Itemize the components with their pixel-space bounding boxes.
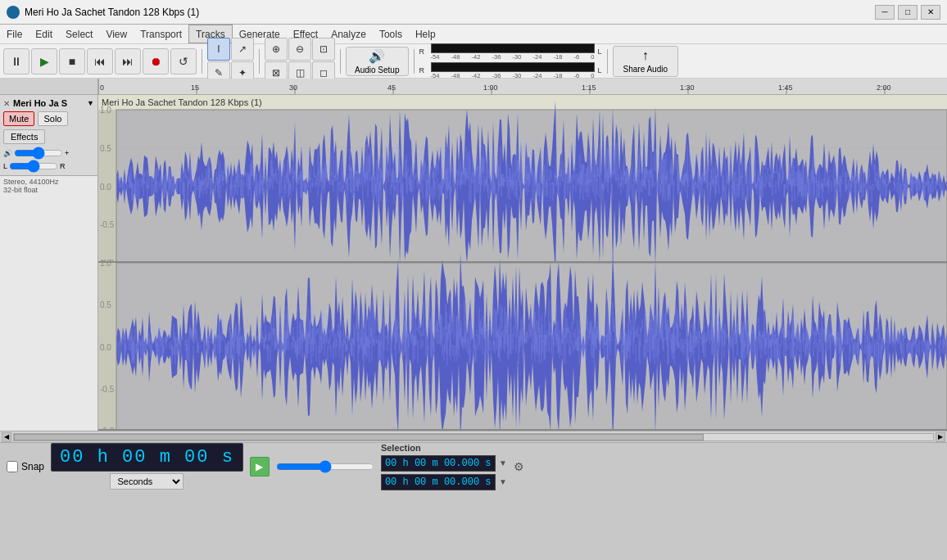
maximize-button[interactable]: □: [898, 5, 918, 20]
time-display-area: 00 h 00 m 00 s Seconds Samples hh:mm:ss: [51, 443, 243, 490]
pan-row: L R: [3, 160, 94, 172]
stop-button[interactable]: ■: [59, 48, 85, 75]
track-name-row: ✕ Meri Ho Ja S ▼: [3, 98, 94, 108]
sel-start-row: 00 h 00 m 00.000 s ▼: [381, 455, 507, 472]
svg-text:1:30: 1:30: [680, 84, 695, 92]
zoom-grid: ⊕ ⊖ ⊡ ⊠ ◫ ◻: [265, 38, 335, 84]
separator5: [607, 49, 608, 74]
share-audio-button[interactable]: ↑ Share Audio: [613, 46, 679, 77]
fit-selection-tool[interactable]: ⊡: [312, 38, 335, 61]
skip-start-button[interactable]: ⏮: [87, 48, 113, 75]
sel-end-input[interactable]: 00 h 00 m 00.000 s: [381, 474, 496, 490]
main-area: ✕ Meri Ho Ja S ▼ Mute Solo Effects 🔊 + L…: [0, 79, 947, 431]
menu-view[interactable]: View: [99, 25, 134, 43]
svg-text:1:00: 1:00: [483, 84, 498, 92]
track-buttons: Mute Solo: [3, 111, 94, 126]
separator4: [414, 49, 415, 74]
record-vu-bar-wrap: -54-48-42-36-30-24-18-60: [431, 43, 595, 61]
pan-l-label: L: [3, 162, 7, 170]
play-small-button[interactable]: ▶: [250, 457, 270, 476]
app-icon: [7, 6, 20, 19]
titlebar-controls[interactable]: ─ □ ✕: [875, 5, 940, 20]
settings-icon[interactable]: ⚙: [514, 460, 524, 473]
titlebar: Meri Ho Ja Sachet Tandon 128 Kbps (1) ─ …: [0, 0, 947, 25]
svg-text:2:00: 2:00: [877, 84, 891, 92]
svg-text:0: 0: [100, 84, 104, 92]
svg-text:1:45: 1:45: [778, 84, 793, 92]
gain-plus: +: [65, 149, 69, 157]
pan-r-label: R: [60, 162, 66, 170]
close-button[interactable]: ✕: [921, 5, 940, 20]
waveform-canvas: [98, 95, 947, 431]
gain-slider[interactable]: [14, 147, 63, 159]
selection-area: Selection 00 h 00 m 00.000 s ▼ 00 h 00 m…: [381, 443, 507, 490]
skip-end-button[interactable]: ⏭: [115, 48, 141, 75]
scroll-track[interactable]: [13, 433, 934, 441]
svg-text:1:15: 1:15: [582, 84, 596, 92]
menu-tools[interactable]: Tools: [373, 25, 409, 43]
pause-button[interactable]: ⏸: [3, 48, 29, 75]
scroll-thumb[interactable]: [14, 434, 704, 440]
loop-button[interactable]: ↺: [170, 48, 197, 75]
zoom-out-tool[interactable]: ⊖: [288, 38, 311, 61]
sel-end-row: 00 h 00 m 00.000 s ▼: [381, 474, 507, 490]
play-vu-label: R: [419, 66, 429, 75]
effects-button[interactable]: Effects: [3, 129, 45, 144]
audio-setup-label: Audio Setup: [355, 65, 400, 75]
menu-select[interactable]: Select: [59, 25, 99, 43]
hscrollbar: ◀ ▶: [0, 431, 947, 442]
menu-transport[interactable]: Transport: [134, 25, 188, 43]
track-bit-depth: 32-bit float: [3, 186, 94, 194]
separator2: [259, 49, 260, 74]
playback-speed-slider[interactable]: [276, 460, 374, 473]
bottom-bar: Snap 00 h 00 m 00 s Seconds Samples hh:m…: [0, 442, 947, 490]
menu-file[interactable]: File: [0, 25, 29, 43]
play-vu-row: R -54-48-42-36-30-24-18-60 L: [419, 62, 602, 79]
ruler-spacer: [0, 79, 97, 95]
tools-grid: I ↗ ✎ ✦: [207, 38, 254, 84]
play-vu-bar: [431, 62, 595, 72]
snap-section: Snap: [7, 461, 44, 472]
track-dropdown-button[interactable]: ▼: [87, 99, 94, 107]
scroll-right-button[interactable]: ▶: [936, 432, 945, 442]
play-vu-l: L: [598, 66, 602, 75]
menu-edit[interactable]: Edit: [29, 25, 59, 43]
svg-text:15: 15: [191, 84, 199, 92]
separator1: [202, 49, 202, 74]
play-vu-bar-wrap: -54-48-42-36-30-24-18-60: [431, 62, 595, 79]
audio-setup-button[interactable]: 🔊 Audio Setup: [346, 47, 409, 76]
vu-scale-top: -54-48-42-36-30-24-18-60: [431, 53, 595, 61]
pan-slider[interactable]: [9, 160, 58, 172]
record-vu-row: R -54-48-42-36-30-24-18-60 L: [419, 43, 602, 61]
record-button[interactable]: ⏺: [143, 48, 169, 75]
minimize-button[interactable]: ─: [875, 5, 895, 20]
select-tool[interactable]: I: [207, 38, 230, 61]
sel-start-arrow[interactable]: ▼: [499, 458, 507, 467]
svg-text:45: 45: [387, 84, 396, 92]
share-audio-label: Share Audio: [623, 65, 668, 74]
toolbar1: ⏸ ▶ ■ ⏮ ⏭ ⏺ ↺ I ↗ ✎ ✦ ⊕ ⊖ ⊡ ⊠ ◫ ◻ 🔊 Audi…: [0, 44, 947, 79]
track-info: Stereo, 44100Hz 32-bit float: [0, 176, 97, 196]
audio-setup-icon: 🔊: [369, 48, 385, 64]
track-close-button[interactable]: ✕: [3, 99, 10, 108]
record-vu-label: R: [419, 47, 429, 56]
solo-button[interactable]: Solo: [38, 111, 67, 126]
record-vu-bar: [431, 43, 595, 53]
mute-button[interactable]: Mute: [3, 111, 34, 126]
snap-label: Snap: [21, 461, 44, 472]
envelope-tool[interactable]: ↗: [231, 38, 254, 61]
snap-checkbox[interactable]: [7, 461, 18, 472]
play-button[interactable]: ▶: [31, 48, 57, 75]
vu-meters: R -54-48-42-36-30-24-18-60 L R -54-48-42…: [419, 42, 602, 81]
waveform-container[interactable]: [98, 95, 947, 431]
track-name: Meri Ho Ja S: [13, 98, 84, 108]
sel-start-input[interactable]: 00 h 00 m 00.000 s: [381, 455, 496, 472]
zoom-in-tool[interactable]: ⊕: [265, 38, 288, 61]
timeline-area: 0 15 30 45 1:00 1:15 1:30 1:45 2:00 2:15: [98, 79, 947, 431]
sel-end-arrow[interactable]: ▼: [499, 477, 507, 486]
scroll-left-button[interactable]: ◀: [2, 432, 11, 442]
gain-row: 🔊 +: [3, 147, 94, 159]
ruler: 0 15 30 45 1:00 1:15 1:30 1:45 2:00 2:15: [98, 79, 947, 95]
titlebar-title: Meri Ho Ja Sachet Tandon 128 Kbps (1): [25, 7, 199, 18]
seconds-select[interactable]: Seconds Samples hh:mm:ss: [110, 473, 184, 490]
